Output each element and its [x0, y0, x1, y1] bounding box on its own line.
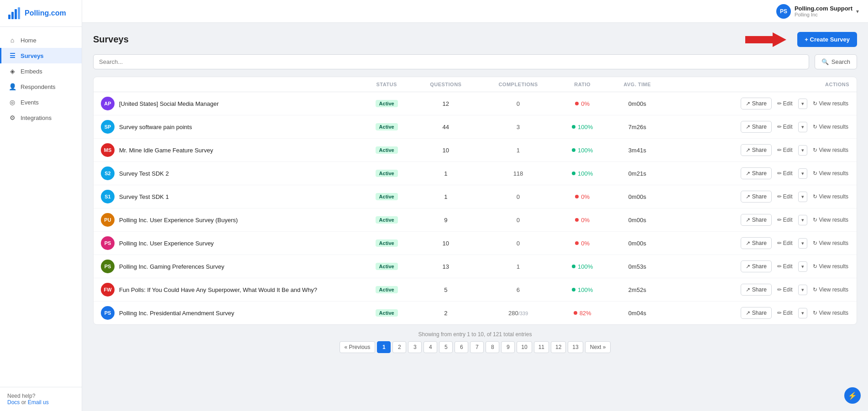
sidebar-item-respondents-label: Respondents	[21, 83, 56, 90]
page-button-9[interactable]: 9	[501, 341, 515, 353]
view-results-button[interactable]: ↻ View results	[810, 238, 851, 249]
edit-button[interactable]: ✏ Edit	[774, 121, 795, 132]
view-results-label: View results	[819, 310, 848, 316]
page-button-1[interactable]: 1	[377, 341, 391, 353]
chevron-down-icon: ▾	[856, 8, 859, 15]
completions-cell: 1	[479, 139, 558, 162]
edit-button[interactable]: ✏ Edit	[774, 191, 795, 202]
docs-link[interactable]: Docs	[7, 399, 20, 406]
page-button-2[interactable]: 2	[392, 341, 406, 353]
edit-button[interactable]: ✏ Edit	[774, 168, 795, 179]
share-button[interactable]: ↗ Share	[741, 237, 772, 249]
help-button[interactable]: ⚡	[844, 387, 861, 404]
share-button[interactable]: ↗ Share	[741, 121, 772, 133]
col-questions: QUESTIONS	[413, 77, 479, 92]
edit-button[interactable]: ✏ Edit	[774, 98, 795, 109]
page-button-7[interactable]: 7	[470, 341, 484, 353]
edit-button[interactable]: ✏ Edit	[774, 145, 795, 156]
ratio-cell: 100%	[557, 278, 607, 302]
actions-dropdown-button[interactable]: ▾	[798, 285, 807, 295]
view-results-button[interactable]: ↻ View results	[810, 261, 851, 272]
edit-button[interactable]: ✏ Edit	[774, 261, 795, 272]
sidebar-item-home[interactable]: ⌂ Home	[0, 32, 82, 48]
page-button-6[interactable]: 6	[455, 341, 468, 353]
search-button[interactable]: 🔍 Search	[815, 54, 857, 69]
respondents-icon: 👤	[9, 83, 16, 90]
status-badge: Active	[376, 216, 398, 224]
col-avg-time: AVG. TIME	[607, 77, 667, 92]
sidebar-item-embeds[interactable]: ◈ Embeds	[0, 63, 82, 79]
table-row: PS Polling Inc. Gaming Preferences Surve…	[94, 255, 857, 278]
page-button-4[interactable]: 4	[424, 341, 437, 353]
actions-dropdown-button[interactable]: ▾	[798, 261, 807, 272]
actions-dropdown-button[interactable]: ▾	[798, 308, 807, 318]
survey-avatar: S1	[101, 190, 115, 203]
share-button[interactable]: ↗ Share	[741, 167, 772, 179]
status-badge: Active	[376, 286, 398, 293]
share-label: Share	[752, 124, 767, 130]
next-page-button[interactable]: Next »	[585, 341, 611, 353]
view-results-button[interactable]: ↻ View results	[810, 284, 851, 295]
share-button[interactable]: ↗ Share	[741, 144, 772, 156]
prev-page-button[interactable]: « Previous	[340, 341, 376, 353]
page-button-8[interactable]: 8	[486, 341, 499, 353]
survey-avatar: S2	[101, 166, 115, 180]
email-link[interactable]: Email us	[28, 399, 49, 406]
actions-dropdown-button[interactable]: ▾	[798, 215, 807, 225]
status-badge: Active	[376, 123, 398, 130]
edit-icon: ✏	[777, 310, 782, 316]
help-text: Need help?	[7, 393, 35, 399]
share-button[interactable]: ↗ Share	[741, 284, 772, 296]
share-button[interactable]: ↗ Share	[741, 307, 772, 319]
view-results-button[interactable]: ↻ View results	[810, 121, 851, 132]
actions-dropdown-button[interactable]: ▾	[798, 99, 807, 109]
view-results-button[interactable]: ↻ View results	[810, 214, 851, 225]
edit-button[interactable]: ✏ Edit	[774, 214, 795, 225]
view-results-button[interactable]: ↻ View results	[810, 145, 851, 156]
actions-dropdown-button[interactable]: ▾	[798, 168, 807, 179]
user-info[interactable]: PS Polling.com Support Polling Inc ▾	[776, 4, 859, 19]
sidebar-item-events[interactable]: ◎ Events	[0, 94, 82, 110]
share-button[interactable]: ↗ Share	[741, 260, 772, 272]
actions-dropdown-button[interactable]: ▾	[798, 145, 807, 156]
view-results-button[interactable]: ↻ View results	[810, 191, 851, 202]
share-label: Share	[752, 100, 767, 107]
col-status: STATUS	[361, 77, 413, 92]
actions-dropdown-button[interactable]: ▾	[798, 122, 807, 132]
ratio-dot	[575, 195, 579, 198]
completions-cell: 280/339	[479, 302, 558, 325]
edit-button[interactable]: ✏ Edit	[774, 307, 795, 318]
page-button-10[interactable]: 10	[517, 341, 532, 353]
share-button[interactable]: ↗ Share	[741, 214, 772, 226]
ratio-dot	[572, 172, 575, 175]
questions-cell: 9	[413, 208, 479, 232]
share-icon: ↗	[746, 147, 750, 153]
ratio-cell: 0%	[557, 185, 607, 208]
page-button-5[interactable]: 5	[439, 341, 453, 353]
view-results-button[interactable]: ↻ View results	[810, 168, 851, 179]
ratio-value: 100%	[578, 124, 593, 130]
sidebar-item-integrations[interactable]: ⚙ Integrations	[0, 110, 82, 125]
polling-logo-icon	[7, 6, 21, 20]
share-icon: ↗	[746, 217, 750, 223]
page-button-13[interactable]: 13	[568, 341, 583, 353]
view-results-button[interactable]: ↻ View results	[810, 98, 851, 109]
share-button[interactable]: ↗ Share	[741, 98, 772, 109]
ratio-value: 0%	[581, 240, 590, 247]
search-input[interactable]	[93, 54, 809, 69]
page-button-11[interactable]: 11	[534, 341, 549, 353]
table-row: S2 Survey Test SDK 2 Active 1 118 100% 0…	[94, 162, 857, 185]
edit-button[interactable]: ✏ Edit	[774, 284, 795, 295]
create-survey-button[interactable]: + Create Survey	[797, 32, 857, 47]
sidebar-item-respondents[interactable]: 👤 Respondents	[0, 79, 82, 94]
actions-dropdown-button[interactable]: ▾	[798, 238, 807, 249]
view-results-button[interactable]: ↻ View results	[810, 307, 851, 318]
edit-icon: ✏	[777, 286, 782, 293]
share-label: Share	[752, 147, 767, 153]
edit-button[interactable]: ✏ Edit	[774, 238, 795, 249]
sidebar-item-surveys[interactable]: ☰ Surveys	[0, 48, 82, 63]
share-button[interactable]: ↗ Share	[741, 191, 772, 203]
page-button-12[interactable]: 12	[551, 341, 566, 353]
actions-dropdown-button[interactable]: ▾	[798, 192, 807, 202]
page-button-3[interactable]: 3	[408, 341, 422, 353]
